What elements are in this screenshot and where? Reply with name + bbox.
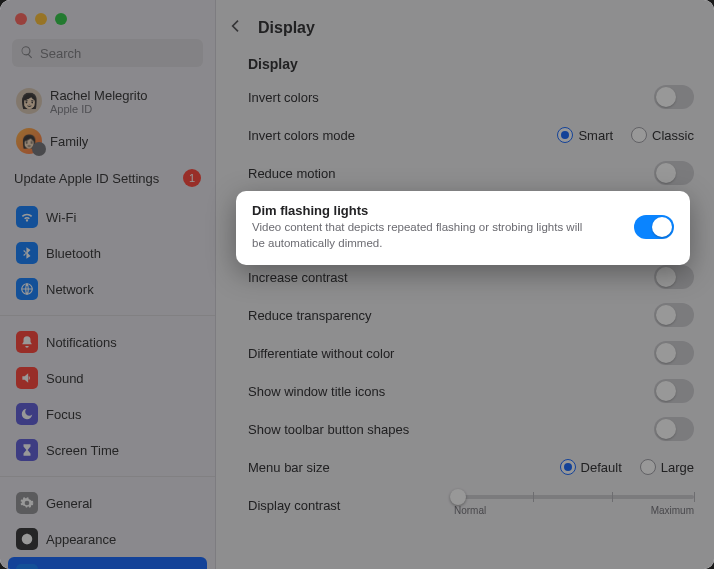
search-icon	[20, 45, 40, 62]
sidebar-item-network[interactable]: Network	[8, 271, 207, 307]
sidebar-item-screen-time[interactable]: Screen Time	[8, 432, 207, 468]
hourglass-icon	[16, 439, 38, 461]
increase-contrast-toggle[interactable]	[654, 265, 694, 289]
search-placeholder: Search	[40, 46, 81, 61]
moon-icon	[16, 403, 38, 425]
appearance-icon	[16, 528, 38, 550]
row-description: Video content that depicts repeated flas…	[252, 220, 592, 251]
row-label: Invert colors mode	[248, 128, 355, 143]
slider-max-label: Maximum	[651, 505, 694, 516]
update-label: Update Apple ID Settings	[14, 171, 159, 186]
gear-icon	[16, 492, 38, 514]
row-label: Invert colors	[248, 90, 319, 105]
sidebar-item-label: Focus	[46, 407, 81, 422]
row-label: Menu bar size	[248, 460, 330, 475]
back-button[interactable]	[228, 18, 244, 38]
invert-mode-classic-radio[interactable]: Classic	[631, 127, 694, 143]
family-label: Family	[50, 134, 88, 149]
sidebar-item-general[interactable]: General	[8, 485, 207, 521]
bell-icon	[16, 331, 38, 353]
row-label: Differentiate without color	[248, 346, 394, 361]
sidebar-item-appearance[interactable]: Appearance	[8, 521, 207, 557]
sidebar-item-label: Appearance	[46, 532, 116, 547]
invert-colors-toggle[interactable]	[654, 85, 694, 109]
sidebar: Search 👩🏻 Rachel Melegrito Apple ID 👩🏻 F…	[0, 0, 216, 569]
sidebar-item-accessibility[interactable]: Accessibility	[8, 557, 207, 569]
zoom-window-button[interactable]	[55, 13, 67, 25]
sidebar-item-focus[interactable]: Focus	[8, 396, 207, 432]
sidebar-item-notifications[interactable]: Notifications	[8, 324, 207, 360]
invert-mode-smart-radio[interactable]: Smart	[557, 127, 613, 143]
row-label: Reduce motion	[248, 166, 335, 181]
row-invert-colors: Invert colors	[216, 78, 714, 116]
differentiate-color-toggle[interactable]	[654, 341, 694, 365]
family-icon: 👩🏻	[16, 128, 42, 154]
avatar-icon: 👩🏻	[16, 88, 42, 114]
settings-window: Search 👩🏻 Rachel Melegrito Apple ID 👩🏻 F…	[0, 0, 714, 569]
sidebar-item-label: Sound	[46, 371, 84, 386]
globe-icon	[16, 278, 38, 300]
row-label: Dim flashing lights	[252, 203, 592, 218]
sidebar-item-label: General	[46, 496, 92, 511]
row-reduce-transparency: Reduce transparency	[216, 296, 714, 334]
sidebar-apple-id[interactable]: 👩🏻 Rachel Melegrito Apple ID	[8, 79, 207, 123]
sidebar-item-wi-fi[interactable]: Wi-Fi	[8, 199, 207, 235]
sidebar-item-label: Network	[46, 282, 94, 297]
sidebar-item-label: Notifications	[46, 335, 117, 350]
row-label: Show window title icons	[248, 384, 385, 399]
sidebar-update-apple-id[interactable]: Update Apple ID Settings 1	[0, 161, 215, 197]
accessibility-icon	[16, 564, 38, 569]
row-label: Increase contrast	[248, 270, 348, 285]
speaker-icon	[16, 367, 38, 389]
wifi-icon	[16, 206, 38, 228]
menubar-large-radio[interactable]: Large	[640, 459, 694, 475]
reduce-motion-toggle[interactable]	[654, 161, 694, 185]
row-menubar-size: Menu bar size Default Large	[216, 448, 714, 486]
sidebar-item-label: Bluetooth	[46, 246, 101, 261]
profile-name: Rachel Melegrito	[50, 88, 148, 103]
group-label-display: Display	[216, 52, 714, 78]
minimize-window-button[interactable]	[35, 13, 47, 25]
search-field[interactable]: Search	[12, 39, 203, 67]
row-window-title-icons: Show window title icons	[216, 372, 714, 410]
row-invert-mode: Invert colors mode Smart Classic	[216, 116, 714, 154]
sidebar-item-bluetooth[interactable]: Bluetooth	[8, 235, 207, 271]
bluetooth-icon	[16, 242, 38, 264]
sidebar-item-label: Screen Time	[46, 443, 119, 458]
close-window-button[interactable]	[15, 13, 27, 25]
dim-flashing-lights-toggle[interactable]	[634, 215, 674, 239]
row-label: Reduce transparency	[248, 308, 372, 323]
sidebar-item-label: Wi-Fi	[46, 210, 76, 225]
row-reduce-motion: Reduce motion	[216, 154, 714, 192]
profile-sub: Apple ID	[50, 103, 148, 115]
toolbar-shapes-toggle[interactable]	[654, 417, 694, 441]
row-toolbar-shapes: Show toolbar button shapes	[216, 410, 714, 448]
sidebar-family[interactable]: 👩🏻 Family	[8, 123, 207, 159]
update-badge: 1	[183, 169, 201, 187]
row-differentiate-color: Differentiate without color	[216, 334, 714, 372]
page-title: Display	[258, 19, 315, 37]
reduce-transparency-toggle[interactable]	[654, 303, 694, 327]
row-display-contrast: Display contrast Normal Maximum	[216, 486, 714, 524]
sidebar-item-sound[interactable]: Sound	[8, 360, 207, 396]
row-dim-flashing-lights: Dim flashing lights Video content that d…	[236, 191, 690, 265]
row-label: Show toolbar button shapes	[248, 422, 409, 437]
window-controls	[0, 0, 215, 25]
row-label: Display contrast	[248, 498, 340, 513]
content-panel: Display Display Invert colors Invert col…	[216, 0, 714, 569]
display-contrast-slider[interactable]: Normal Maximum	[454, 495, 694, 516]
menubar-default-radio[interactable]: Default	[560, 459, 622, 475]
window-title-icons-toggle[interactable]	[654, 379, 694, 403]
slider-min-label: Normal	[454, 505, 486, 516]
